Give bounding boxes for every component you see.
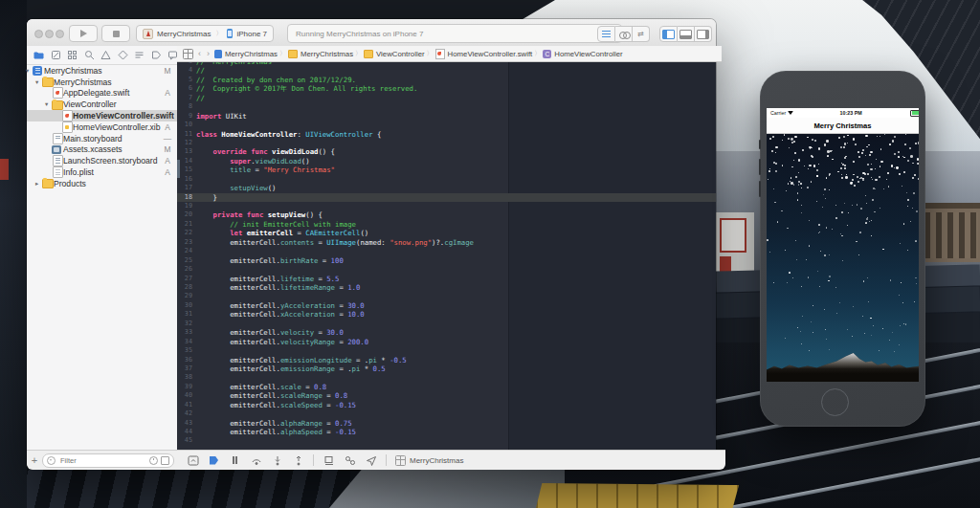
- navigator-row-merrychristmas[interactable]: ▾MerryChristmasM: [27, 65, 177, 77]
- run-button[interactable]: [69, 25, 98, 42]
- snow-particle: [791, 166, 793, 168]
- line-number: 8: [177, 102, 192, 111]
- memory-graph-debugger-button[interactable]: [344, 455, 356, 466]
- breakpoints-toggle-button[interactable]: [208, 455, 220, 466]
- snow-particle: [816, 201, 817, 202]
- navigator-row-merrychristmas[interactable]: ▾MerryChristmas: [27, 77, 177, 88]
- assistant-editor-button[interactable]: [615, 26, 633, 42]
- breadcrumb-item[interactable]: MerryChristmas: [288, 49, 353, 58]
- step-out-button[interactable]: [292, 455, 304, 466]
- source-control-status-icon[interactable]: [161, 456, 169, 465]
- project-navigator-icon[interactable]: [33, 50, 44, 60]
- hide-debug-area-button[interactable]: [187, 455, 199, 466]
- breadcrumb-item[interactable]: ViewController: [364, 49, 425, 58]
- version-editor-button[interactable]: ⇄: [633, 26, 650, 42]
- snow-particle: [796, 259, 797, 260]
- folder-icon: [364, 50, 373, 58]
- debug-navigator-icon[interactable]: [134, 50, 145, 60]
- minimize-window-button[interactable]: [45, 30, 54, 38]
- standard-editor-button[interactable]: [597, 26, 615, 42]
- source-control-navigator-icon[interactable]: [51, 50, 61, 60]
- disclosure-triangle[interactable]: ▾: [45, 100, 48, 108]
- code-editor[interactable]: 3// MerryChristmas4//5// Created by don …: [177, 61, 716, 450]
- code-text: super.viewDidLoad(): [196, 157, 310, 166]
- snow-particle: [781, 210, 783, 212]
- assets-file-icon: [52, 145, 61, 154]
- add-file-button[interactable]: +: [27, 454, 42, 466]
- find-navigator-icon[interactable]: [84, 50, 95, 60]
- code-line: 4//: [177, 66, 716, 75]
- symbol-navigator-icon[interactable]: [67, 50, 78, 60]
- navigator-row-info-plist[interactable]: Info.plistA: [27, 166, 177, 178]
- line-number: 35: [177, 346, 192, 355]
- breadcrumb-item[interactable]: CHomeViewController: [543, 50, 622, 58]
- close-window-button[interactable]: [34, 30, 43, 38]
- simulator-screen[interactable]: Carrier 10:23 PM Merry Christmas: [767, 108, 919, 382]
- code-line: 8: [177, 102, 716, 111]
- pause-execution-button[interactable]: [229, 455, 241, 466]
- debug-process-entry[interactable]: MerryChristmas: [395, 455, 463, 466]
- toggle-debug-area-button[interactable]: [678, 26, 695, 42]
- disclosure-triangle[interactable]: ▾: [26, 67, 29, 75]
- assistant-editor-icon: [619, 32, 629, 37]
- file-name: Main.storyboard: [63, 134, 122, 144]
- snow-particle: [910, 221, 911, 222]
- snow-particle: [791, 177, 792, 179]
- zoom-window-button[interactable]: [56, 30, 64, 38]
- snow-particle: [904, 144, 906, 145]
- snow-particle: [847, 135, 848, 136]
- snow-particle: [850, 182, 853, 185]
- filter-input[interactable]: [58, 455, 146, 466]
- test-navigator-icon[interactable]: [118, 50, 128, 60]
- navigator-row-launchscreen-storyboard[interactable]: LaunchScreen.storyboardA: [27, 155, 177, 166]
- related-items-icon[interactable]: [183, 49, 193, 59]
- recent-files-icon[interactable]: [149, 456, 158, 465]
- snow-particle: [793, 184, 795, 186]
- toggle-inspectors-button[interactable]: [695, 26, 712, 42]
- line-number: 41: [177, 401, 192, 409]
- snow-particle: [858, 156, 861, 159]
- filter-field[interactable]: [42, 453, 174, 468]
- line-number: 34: [177, 338, 192, 346]
- snow-particle: [795, 176, 798, 179]
- simulate-location-button[interactable]: [365, 455, 377, 466]
- step-over-button[interactable]: [250, 455, 262, 466]
- view-hierarchy-debugger-button[interactable]: [323, 455, 335, 466]
- stop-button[interactable]: [101, 25, 130, 42]
- go-forward-button[interactable]: ›: [207, 49, 210, 58]
- snow-particle: [824, 144, 826, 145]
- snow-particle: [852, 205, 853, 206]
- breakpoint-icon: [210, 456, 218, 465]
- toggle-navigator-button[interactable]: [659, 26, 678, 42]
- scheme-selector[interactable]: MerryChristmas 〉 iPhone 7: [136, 25, 274, 42]
- line-number: 21: [177, 220, 192, 229]
- snow-particle: [832, 229, 833, 230]
- snow-particle: [859, 232, 861, 233]
- snow-particle: [840, 167, 842, 169]
- line-number: 16: [177, 175, 192, 184]
- breakpoint-navigator-icon[interactable]: [151, 50, 162, 60]
- navigator-row-assets-xcassets[interactable]: Assets.xcassetsM: [27, 144, 177, 156]
- snow-particle: [857, 204, 858, 205]
- issue-navigator-icon[interactable]: [100, 50, 111, 60]
- snow-particle: [843, 136, 845, 138]
- navigator-row-products[interactable]: ▸Products: [27, 178, 177, 189]
- snow-particle: [785, 338, 786, 339]
- snow-particle: [782, 165, 783, 166]
- disclosure-triangle[interactable]: ▸: [35, 180, 38, 188]
- step-into-button[interactable]: [271, 455, 283, 466]
- navigator-row-appdelegate-swift[interactable]: AppDelegate.swiftA: [27, 88, 177, 99]
- line-number: 24: [177, 247, 192, 255]
- disclosure-triangle[interactable]: ▾: [35, 78, 38, 86]
- snow-particle: [809, 350, 810, 351]
- go-back-button[interactable]: ‹: [198, 49, 201, 58]
- breadcrumb-item[interactable]: HomeViewController.swift: [435, 49, 533, 59]
- navigator-row-viewcontroller[interactable]: ▾ViewController: [27, 99, 177, 110]
- navigator-row-homeviewcontroller-xib[interactable]: HomeViewController.xibA: [27, 121, 177, 133]
- navigator-row-homeviewcontroller-swift[interactable]: HomeViewController.swiftA: [27, 110, 177, 121]
- home-button[interactable]: [821, 388, 849, 416]
- snow-particle: [872, 199, 874, 201]
- navigator-row-main-storyboard[interactable]: Main.storyboard—: [27, 133, 177, 144]
- breadcrumb-item[interactable]: MerryChristmas: [214, 50, 278, 58]
- code-text: setupView(): [196, 184, 277, 192]
